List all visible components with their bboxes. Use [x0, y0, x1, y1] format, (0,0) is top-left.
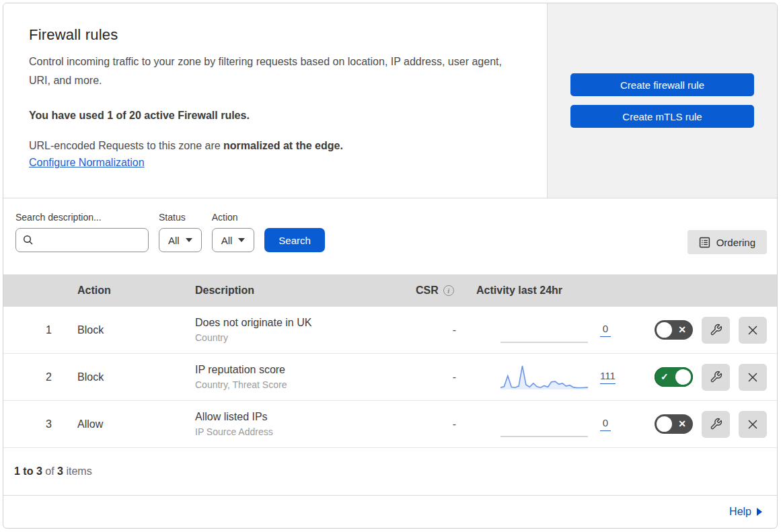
search-input[interactable]	[38, 235, 141, 246]
rule-csr-value: -	[401, 324, 461, 336]
rule-activity-cell: 0	[461, 410, 631, 439]
search-box[interactable]	[15, 228, 149, 252]
rule-description-cell: IP reputation score Country, Threat Scor…	[180, 364, 401, 390]
activity-sparkline	[500, 363, 588, 391]
close-icon	[747, 325, 758, 336]
header-section: Firewall rules Control incoming traffic …	[3, 3, 777, 198]
toggle-check-icon: ✓	[661, 367, 669, 387]
toggle-knob	[657, 322, 672, 338]
create-firewall-rule-button[interactable]: Create firewall rule	[570, 73, 754, 96]
filter-bar: Search description... Status All Action	[3, 198, 777, 274]
toggle-knob	[675, 369, 691, 385]
status-label: Status	[159, 212, 202, 223]
edit-rule-button[interactable]	[702, 411, 730, 438]
rule-criteria: IP Source Address	[195, 426, 401, 437]
rule-controls: ✕ ✓	[631, 411, 777, 438]
page-title: Firewall rules	[29, 26, 520, 44]
help-link[interactable]: Help	[729, 506, 751, 518]
normalization-text: URL-encoded Requests to this zone are	[29, 140, 221, 151]
rule-action: Block	[63, 371, 180, 383]
rule-description: IP reputation score	[195, 364, 401, 376]
rule-description-cell: Does not originate in UK Country	[180, 317, 401, 343]
search-button[interactable]: Search	[264, 228, 325, 252]
action-label: Action	[212, 212, 255, 223]
search-label: Search description...	[15, 212, 149, 223]
toggle-x-icon: ✕	[678, 414, 686, 434]
column-csr: CSR i	[401, 284, 461, 297]
delete-rule-button[interactable]	[739, 364, 767, 391]
close-icon	[747, 372, 758, 383]
activity-count-link[interactable]: 0	[600, 417, 611, 431]
normalization-note: URL-encoded Requests to this zone are no…	[29, 140, 520, 152]
status-dropdown-value: All	[168, 235, 180, 246]
table-row: 3 Allow Allow listed IPs IP Source Addre…	[3, 401, 777, 448]
normalization-bold-text: normalized at the edge.	[223, 140, 343, 151]
toggle-x-icon: ✕	[678, 320, 686, 340]
activity-count-link[interactable]: 0	[600, 323, 611, 337]
activity-sparkline	[500, 410, 588, 439]
rule-action: Block	[63, 324, 180, 336]
pagination-items: items	[66, 465, 91, 478]
firewall-rules-card: Firewall rules Control incoming traffic …	[3, 3, 778, 529]
ordering-list-icon	[699, 237, 710, 248]
table-row: 2 Block IP reputation score Country, Thr…	[3, 354, 777, 401]
table-row: 1 Block Does not originate in UK Country…	[3, 307, 777, 354]
rule-controls: ✕ ✓	[631, 364, 777, 391]
column-activity: Activity last 24hr	[461, 284, 631, 297]
wrench-icon	[710, 418, 722, 430]
rule-number: 1	[3, 324, 63, 336]
column-description: Description	[180, 284, 401, 297]
rule-number: 3	[3, 418, 63, 430]
rule-description-cell: Allow listed IPs IP Source Address	[180, 411, 401, 437]
wrench-icon	[710, 371, 722, 383]
wrench-icon	[710, 324, 722, 336]
action-field: Action All	[212, 212, 255, 252]
search-icon	[23, 235, 34, 245]
rule-action: Allow	[63, 418, 180, 430]
rule-enabled-toggle[interactable]: ✕ ✓	[655, 320, 693, 340]
column-action: Action	[63, 284, 180, 297]
arrow-right-icon	[757, 508, 762, 516]
ordering-button-label: Ordering	[716, 237, 755, 248]
toggle-knob	[657, 416, 672, 432]
usage-summary: You have used 1 of 20 active Firewall ru…	[29, 110, 520, 122]
rule-csr-value: -	[401, 418, 461, 430]
rule-activity-cell: 0	[461, 316, 631, 344]
pagination-of: of	[45, 465, 54, 478]
rule-activity-cell: 111	[461, 363, 631, 391]
delete-rule-button[interactable]	[739, 317, 767, 344]
rule-controls: ✕ ✓	[631, 317, 777, 344]
table-header: Action Description CSR i Activity last 2…	[3, 274, 777, 307]
configure-normalization-link[interactable]: Configure Normalization	[29, 157, 145, 169]
close-icon	[747, 419, 758, 430]
rule-description: Allow listed IPs	[195, 411, 401, 423]
pagination-summary: 1 to 3 of 3 items	[3, 448, 777, 495]
page-description: Control incoming traffic to your zone by…	[29, 52, 503, 90]
status-field: Status All	[159, 212, 202, 252]
help-section: Help	[3, 495, 777, 527]
delete-rule-button[interactable]	[739, 411, 767, 438]
rule-number: 2	[3, 371, 63, 383]
rule-enabled-toggle[interactable]: ✕ ✓	[655, 414, 693, 434]
activity-count-link[interactable]: 111	[600, 370, 616, 384]
action-dropdown-value: All	[221, 235, 233, 246]
header-text-block: Firewall rules Control incoming traffic …	[3, 3, 548, 198]
action-dropdown[interactable]: All	[212, 228, 255, 252]
ordering-button[interactable]: Ordering	[687, 230, 767, 254]
info-icon[interactable]: i	[443, 285, 454, 296]
column-csr-label: CSR	[416, 284, 439, 297]
rule-criteria: Country	[195, 332, 401, 343]
chevron-down-icon	[186, 238, 192, 242]
rule-criteria: Country, Threat Score	[195, 379, 401, 390]
edit-rule-button[interactable]	[702, 317, 730, 344]
search-field: Search description...	[15, 212, 149, 252]
pagination-total: 3	[57, 465, 63, 478]
edit-rule-button[interactable]	[702, 364, 730, 391]
rule-csr-value: -	[401, 371, 461, 383]
status-dropdown[interactable]: All	[159, 228, 202, 252]
actions-panel: Create firewall rule Create mTLS rule	[548, 3, 777, 198]
create-mtls-rule-button[interactable]: Create mTLS rule	[570, 105, 754, 128]
activity-sparkline	[500, 316, 588, 344]
pagination-range: 1 to 3	[14, 465, 42, 478]
rule-enabled-toggle[interactable]: ✕ ✓	[655, 367, 693, 387]
